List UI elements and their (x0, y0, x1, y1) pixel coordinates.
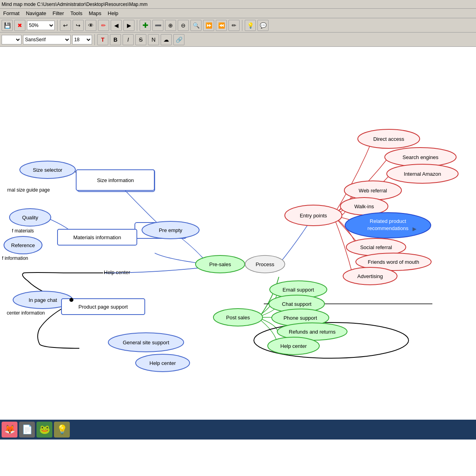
svg-text:Size selector: Size selector (33, 167, 63, 173)
svg-text:Product page support: Product page support (79, 304, 128, 310)
menu-tools[interactable]: Tools (69, 10, 84, 17)
svg-text:Post sales: Post sales (226, 315, 250, 321)
svg-text:Internal Amazon: Internal Amazon (404, 171, 441, 177)
back-btn[interactable]: ⏪ (216, 20, 227, 31)
taskbar-document[interactable]: 📄 (19, 422, 35, 438)
chat-btn[interactable]: 💬 (257, 20, 269, 31)
strike-btn[interactable]: S (135, 34, 146, 45)
pre-empty-node[interactable]: Pre empty (142, 221, 199, 239)
svg-text:Advertising: Advertising (357, 273, 383, 279)
menu-help[interactable]: Help (106, 10, 120, 17)
search-engines-node[interactable]: Search engines (385, 148, 456, 167)
svg-text:General site support: General site support (123, 340, 169, 345)
title-text: Mind map mode C:\Users\Administrator\Des… (2, 2, 148, 7)
direct-access-node[interactable]: Direct access (358, 129, 420, 148)
remove-btn[interactable]: ➖ (152, 20, 163, 31)
zoom-select[interactable]: 50%75%100% (27, 21, 55, 30)
svg-text:In page chat: In page chat (29, 297, 57, 303)
svg-text:Size information: Size information (97, 177, 134, 183)
menu-maps[interactable]: Maps (87, 10, 103, 17)
svg-text:Web referral: Web referral (359, 188, 387, 194)
menu-navigate[interactable]: Navigate (24, 10, 48, 17)
menubar: Format Navigate Filter Tools Maps Help (0, 9, 476, 18)
process-node[interactable]: Process (245, 255, 285, 273)
italic-btn[interactable]: I (123, 34, 134, 45)
style-select[interactable] (2, 35, 21, 44)
text-btn[interactable]: T (97, 34, 108, 45)
add-btn[interactable]: ✚ (140, 20, 151, 31)
internal-amazon-node[interactable]: Internal Amazon (387, 164, 458, 183)
link-btn[interactable]: 🔗 (173, 34, 184, 45)
toolbar1: 💾 ✖ 50%75%100% ↩ ↪ 👁 ✏ ◀ ▶ ✚ ➖ ⊕ ⊖ 🔍 ⏩ ⏪… (0, 18, 476, 33)
help-center1-node[interactable]: Help center (104, 269, 131, 275)
bold-btn[interactable]: B (110, 34, 121, 45)
redo-btn[interactable]: ↪ (73, 20, 84, 31)
pencil-btn[interactable]: ✏ (98, 20, 109, 31)
materials-info-node[interactable]: Materials information (58, 229, 137, 245)
size-info-node[interactable]: Size information (76, 170, 154, 190)
fontsize-select[interactable]: 18 (72, 35, 92, 44)
svg-text:center information: center information (7, 310, 45, 316)
help-center2-node[interactable]: Help center (136, 354, 190, 372)
size-guide-node: rnal size guide page (7, 187, 50, 193)
svg-text:Chat support: Chat support (282, 301, 312, 307)
svg-text:Help center: Help center (104, 269, 131, 275)
reference-node[interactable]: Reference (4, 236, 42, 254)
zoom-out-btn[interactable]: ⊖ (178, 20, 189, 31)
svg-text:Email support: Email support (282, 287, 314, 293)
forward-btn[interactable]: ⏩ (203, 20, 214, 31)
entry-points-node[interactable]: Entry points (285, 205, 342, 226)
related-products-node[interactable]: Related product recommendations (345, 213, 431, 238)
materials-label: f materials (12, 228, 34, 234)
menu-filter[interactable]: Filter (51, 10, 65, 17)
font-select[interactable]: SansSerif (23, 35, 71, 44)
connector-dot (69, 298, 73, 302)
svg-text:Refunds and returns: Refunds and returns (289, 329, 336, 335)
svg-text:f materials: f materials (12, 228, 34, 234)
zoom-in-btn[interactable]: ⊕ (165, 20, 176, 31)
help-center3-node[interactable]: Help center (268, 337, 319, 355)
view-btn[interactable]: 👁 (85, 20, 96, 31)
save-btn[interactable]: 💾 (2, 20, 13, 31)
taskbar-firefox[interactable]: 🦊 (2, 422, 17, 438)
pre-sales-node[interactable]: Pre-sales (196, 255, 245, 273)
svg-text:Materials information: Materials information (73, 234, 121, 240)
svg-text:Reference: Reference (11, 242, 35, 248)
close-btn[interactable]: ✖ (14, 20, 25, 31)
mindmap-svg: Size selector Size information rnal size… (0, 47, 476, 420)
svg-text:Pre-sales: Pre-sales (209, 261, 231, 267)
svg-text:Help center: Help center (150, 360, 176, 366)
svg-text:f information: f information (2, 255, 28, 261)
svg-text:Search engines: Search engines (403, 154, 439, 160)
svg-text:Related product: Related product (370, 218, 406, 224)
svg-text:Phone support: Phone support (284, 315, 317, 321)
menu-format[interactable]: Format (2, 10, 21, 17)
svg-text:recommendations: recommendations (367, 225, 409, 231)
product-support-node[interactable]: Product page support (61, 299, 145, 315)
cloud-btn[interactable]: ☁ (161, 34, 172, 45)
size-selector-node[interactable]: Size selector (20, 161, 75, 178)
taskbar: 🦊 📄 🐸 💡 (0, 420, 476, 440)
search-btn[interactable]: 🔍 (190, 20, 202, 31)
walk-ins-node[interactable]: Walk-ins (340, 198, 388, 215)
titlebar: Mind map mode C:\Users\Administrator\Des… (0, 0, 476, 9)
post-sales-node[interactable]: Post sales (213, 309, 263, 326)
svg-text:Social referral: Social referral (360, 244, 392, 250)
svg-text:Process: Process (256, 261, 274, 267)
prev-btn[interactable]: ◀ (111, 20, 122, 31)
undo-btn[interactable]: ↩ (60, 20, 71, 31)
quality-node[interactable]: Quality (10, 209, 51, 226)
taskbar-frog[interactable]: 🐸 (36, 422, 52, 438)
next-btn[interactable]: ▶ (123, 20, 134, 31)
svg-text:Walk-ins: Walk-ins (354, 203, 374, 209)
edit-btn[interactable]: ✏ (228, 20, 240, 31)
general-support-node[interactable]: General site support (108, 333, 184, 352)
notes-btn[interactable]: N (148, 34, 159, 45)
svg-text:Direct access: Direct access (373, 136, 405, 142)
svg-text:Friends word of mouth: Friends word of mouth (368, 259, 419, 265)
advertising-node[interactable]: Advertising (343, 267, 397, 285)
canvas: Size selector Size information rnal size… (0, 47, 476, 420)
taskbar-bulb[interactable]: 💡 (54, 422, 70, 438)
web-referral-node[interactable]: Web referral (344, 181, 401, 200)
lightbulb-btn[interactable]: 💡 (245, 20, 256, 31)
